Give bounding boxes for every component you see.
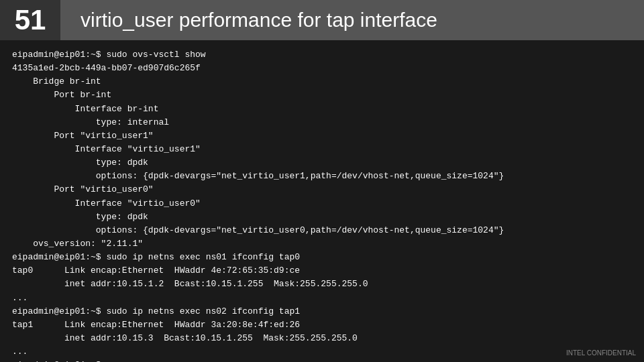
slide-title: virtio_user performance for tap interfac…	[60, 9, 644, 32]
terminal-output: eipadmin@eip01:~$ sudo ovs-vsctl show 41…	[12, 48, 632, 362]
watermark: INTEL CONFIDENTIAL	[566, 349, 636, 357]
slide-header: 51 virtio_user performance for tap inter…	[0, 0, 644, 40]
slide-number: 51	[0, 0, 60, 40]
content-area: eipadmin@eip01:~$ sudo ovs-vsctl show 41…	[0, 40, 644, 362]
